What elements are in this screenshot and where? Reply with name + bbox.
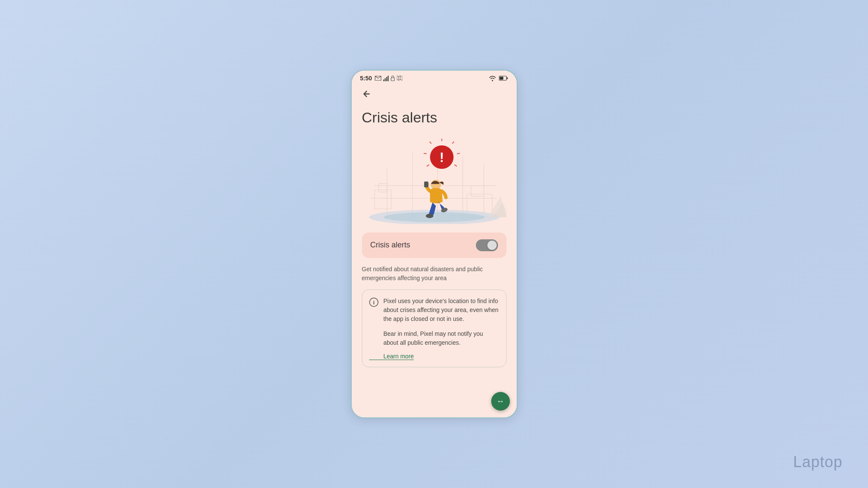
info-card-line1: Pixel uses your device's location to fin… bbox=[384, 297, 499, 323]
learn-more-link[interactable]: Learn more bbox=[369, 353, 414, 360]
content-area: Crisis alerts bbox=[352, 105, 517, 417]
svg-point-35 bbox=[426, 214, 433, 218]
svg-line-29 bbox=[454, 165, 457, 166]
page-title: Crisis alerts bbox=[362, 109, 507, 126]
svg-line-28 bbox=[457, 153, 460, 154]
svg-rect-0 bbox=[383, 79, 384, 81]
svg-rect-19 bbox=[471, 186, 484, 196]
info-card: i Pixel uses your device's location to f… bbox=[362, 289, 507, 367]
svg-rect-20 bbox=[374, 190, 391, 209]
svg-rect-3 bbox=[387, 76, 389, 81]
svg-line-27 bbox=[452, 142, 454, 144]
svg-rect-9 bbox=[507, 77, 508, 79]
svg-line-30 bbox=[430, 142, 431, 144]
illustration-area: ! bbox=[362, 135, 507, 224]
info-card-main: i Pixel uses your device's location to f… bbox=[369, 297, 499, 323]
svg-rect-1 bbox=[384, 78, 386, 81]
signal-icon bbox=[383, 76, 389, 81]
back-button[interactable] bbox=[360, 88, 373, 100]
crisis-alerts-toggle[interactable] bbox=[476, 239, 498, 251]
status-bar: 5:50 bbox=[352, 71, 517, 84]
svg-rect-10 bbox=[499, 77, 503, 80]
maps-icon bbox=[397, 76, 402, 81]
info-icon: i bbox=[369, 298, 379, 307]
crisis-illustration: ! bbox=[362, 135, 507, 224]
back-arrow-icon bbox=[362, 89, 371, 99]
fab-button[interactable]: ↔ bbox=[491, 392, 510, 411]
status-left-icons bbox=[375, 75, 402, 81]
toggle-track bbox=[476, 239, 498, 251]
svg-text:!: ! bbox=[439, 150, 444, 165]
time-display: 5:50 bbox=[360, 75, 372, 82]
phone-frame: 5:50 bbox=[351, 70, 518, 418]
toggle-card: Crisis alerts bbox=[362, 233, 507, 258]
status-right-icons bbox=[489, 75, 508, 81]
svg-rect-2 bbox=[386, 77, 387, 81]
svg-point-23 bbox=[384, 212, 484, 222]
info-card-line2: Bear in mind, Pixel may not notify you a… bbox=[369, 329, 499, 347]
svg-line-32 bbox=[427, 165, 429, 166]
wifi-icon bbox=[489, 75, 496, 81]
svg-rect-34 bbox=[424, 182, 428, 187]
watermark: Laptop bbox=[793, 453, 842, 471]
svg-line-31 bbox=[424, 153, 427, 154]
fab-icon: ↔ bbox=[497, 397, 504, 406]
description-text: Get notified about natural disasters and… bbox=[362, 265, 507, 283]
gmail-icon bbox=[375, 76, 381, 81]
svg-rect-21 bbox=[379, 184, 387, 192]
svg-text:i: i bbox=[373, 299, 375, 306]
lock-icon bbox=[390, 75, 395, 81]
battery-icon bbox=[499, 76, 508, 81]
svg-marker-5 bbox=[397, 76, 402, 80]
nav-bar bbox=[352, 84, 517, 105]
svg-rect-4 bbox=[391, 78, 394, 81]
info-icon-container: i bbox=[369, 298, 379, 323]
toggle-thumb bbox=[487, 241, 497, 250]
toggle-card-label: Crisis alerts bbox=[370, 241, 410, 250]
